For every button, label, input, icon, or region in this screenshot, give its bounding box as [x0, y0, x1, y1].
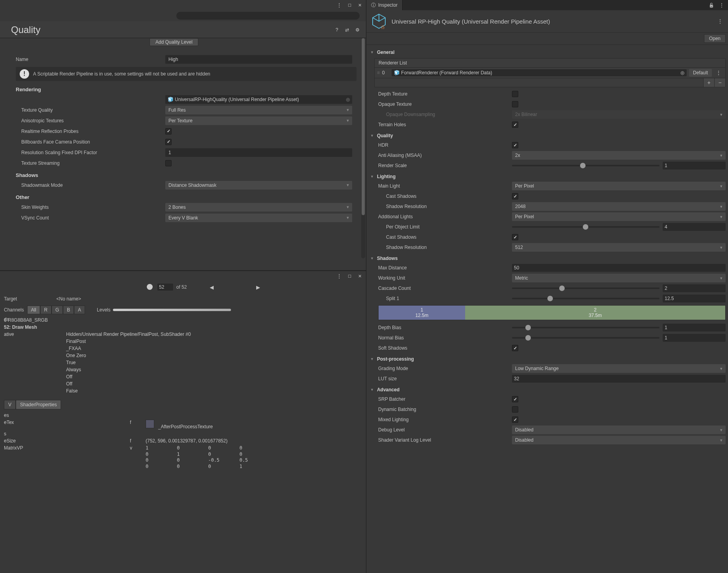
hdr-checkbox[interactable]	[512, 142, 518, 148]
lock-icon[interactable]	[708, 2, 715, 8]
dpi-input[interactable]	[165, 148, 352, 157]
cascade-count-slider[interactable]	[512, 287, 660, 289]
section-other: Other	[16, 194, 357, 200]
main-shadow-res-dropdown[interactable]: 2048	[512, 202, 726, 211]
label-lut: LUT size	[378, 376, 512, 381]
tab-shader-properties[interactable]: ShaderProperties	[16, 400, 61, 409]
tab-inspector[interactable]: Inspector	[366, 0, 403, 10]
scrollbar[interactable]	[361, 38, 365, 258]
normal-bias-input[interactable]	[663, 334, 726, 342]
billboards-checkbox[interactable]	[165, 139, 172, 145]
object-picker-icon[interactable]: ◎	[680, 70, 684, 76]
section-post[interactable]: Post-processing	[370, 353, 726, 363]
reflection-probes-checkbox[interactable]	[165, 128, 172, 134]
channel-a-button[interactable]: A	[74, 306, 85, 314]
cascade-count-input[interactable]	[663, 284, 726, 292]
channel-g-button[interactable]: G	[52, 306, 63, 314]
tex-stream-checkbox[interactable]	[165, 160, 172, 166]
max-distance-input[interactable]	[512, 264, 726, 272]
close-icon[interactable]	[357, 2, 363, 8]
aa-dropdown[interactable]: 2x	[512, 151, 726, 160]
section-shadows-insp[interactable]: Shadows	[370, 252, 726, 263]
dyn-batch-checkbox[interactable]	[512, 406, 518, 413]
levels-slider[interactable]	[113, 309, 231, 311]
inspector-options-icon[interactable]	[719, 2, 725, 8]
preset-icon[interactable]: ⇄	[344, 27, 350, 33]
fd-close-icon[interactable]	[357, 273, 363, 279]
per-obj-limit-input[interactable]	[663, 223, 726, 231]
tab-view[interactable]: V	[4, 400, 16, 409]
working-unit-dropdown[interactable]: Metric	[512, 274, 726, 282]
asset-options-icon[interactable]	[717, 18, 723, 24]
name-input[interactable]	[165, 55, 352, 64]
object-picker-icon[interactable]	[346, 97, 350, 102]
add-quality-level-button[interactable]: Add Quality Level	[150, 38, 198, 46]
frame-slider[interactable]	[7, 283, 153, 291]
prev-frame-button[interactable]: ◀	[206, 284, 218, 290]
render-scale-input[interactable]	[663, 162, 726, 170]
section-lighting[interactable]: Lighting	[370, 171, 726, 181]
depth-bias-input[interactable]	[663, 324, 726, 332]
section-quality[interactable]: Quality	[370, 130, 726, 140]
frame-number-input[interactable]	[157, 284, 173, 291]
channel-r-button[interactable]: R	[40, 306, 52, 314]
drag-handle-icon[interactable]	[377, 70, 380, 76]
render-scale-slider[interactable]	[512, 165, 660, 166]
maximize-icon[interactable]	[346, 2, 353, 8]
split1-slider[interactable]	[512, 298, 660, 299]
renderer-object-field[interactable]: 🧊 ForwardRenderer (Forward Renderer Data…	[392, 69, 687, 76]
main-cast-shadows-checkbox[interactable]	[512, 193, 518, 199]
section-advanced[interactable]: Advanced	[370, 384, 726, 394]
section-general[interactable]: General	[370, 46, 726, 57]
shader-log-dropdown[interactable]: Disabled	[512, 436, 726, 444]
list-remove-button[interactable]: −	[714, 78, 725, 87]
fd-options-icon[interactable]	[336, 273, 342, 279]
depth-texture-checkbox[interactable]	[512, 91, 518, 97]
frame-total: of 52	[176, 284, 187, 290]
mixed-light-checkbox[interactable]	[512, 416, 518, 423]
list-add-button[interactable]: +	[703, 78, 714, 87]
srp-checkbox[interactable]	[512, 396, 518, 402]
fd-maximize-icon[interactable]	[346, 273, 353, 279]
next-frame-button[interactable]: ▶	[252, 284, 264, 290]
levels-label: Levels	[97, 307, 111, 313]
renderer-more-icon[interactable]	[714, 70, 723, 76]
lut-input[interactable]	[512, 375, 726, 383]
channels-label: Channels	[4, 307, 24, 313]
soft-shadows-checkbox[interactable]	[512, 345, 518, 351]
open-button[interactable]: Open	[704, 34, 726, 43]
split1-input[interactable]	[663, 295, 726, 302]
pipeline-asset-field[interactable]: 🧊 UniversalRP-HighQuality (Universal Ren…	[165, 95, 352, 104]
channel-all-button[interactable]: All	[27, 306, 40, 314]
debug-level-dropdown[interactable]: Disabled	[512, 426, 726, 434]
help-icon[interactable]: ?	[334, 27, 340, 33]
texture-thumbnail-icon	[146, 420, 154, 428]
renderer-default-button[interactable]: Default	[689, 69, 712, 77]
texture-quality-dropdown[interactable]: Full Res	[165, 106, 352, 114]
depth-bias-slider[interactable]	[512, 327, 660, 328]
normal-bias-slider[interactable]	[512, 337, 660, 339]
cascade-visualization[interactable]: 1 12.5m 2 37.5m	[378, 305, 726, 320]
aniso-dropdown[interactable]: Per Texture	[165, 116, 352, 125]
label-debug-level: Debug Level	[378, 427, 512, 433]
search-input[interactable]	[176, 12, 360, 20]
shader-group: s	[4, 430, 362, 437]
gear-icon[interactable]: ⚙	[354, 27, 360, 33]
skin-weights-dropdown[interactable]: 2 Bones	[165, 203, 352, 212]
per-obj-limit-slider[interactable]	[512, 226, 660, 228]
options-icon[interactable]	[336, 2, 342, 8]
shadowmask-dropdown[interactable]: Distance Shadowmask	[165, 181, 352, 190]
detail-line: _FXAA	[66, 345, 362, 352]
grading-dropdown[interactable]: Low Dynamic Range	[512, 364, 726, 373]
shader-prop-type: f	[130, 438, 146, 444]
format-line: 6 R8G8B8A8_SRGB	[4, 317, 362, 324]
vsync-dropdown[interactable]: Every V Blank	[165, 214, 352, 222]
addl-lights-dropdown[interactable]: Per Pixel	[512, 212, 726, 221]
opaque-texture-checkbox[interactable]	[512, 101, 518, 107]
terrain-holes-checkbox[interactable]	[512, 122, 518, 128]
target-label: Target	[4, 296, 17, 302]
channel-b-button[interactable]: B	[63, 306, 74, 314]
addl-shadow-res-dropdown[interactable]: 512	[512, 243, 726, 252]
main-light-dropdown[interactable]: Per Pixel	[512, 182, 726, 190]
addl-cast-shadows-checkbox[interactable]	[512, 234, 518, 240]
